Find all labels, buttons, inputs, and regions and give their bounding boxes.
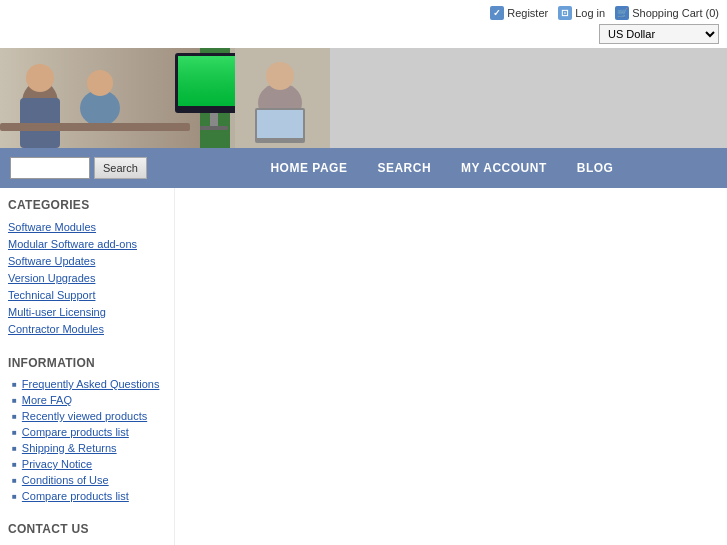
- cart-link[interactable]: 🛒 Shopping Cart (0): [615, 6, 719, 20]
- list-item: More FAQ: [12, 394, 166, 406]
- register-label: Register: [507, 7, 548, 19]
- info-link-3[interactable]: Compare products list: [22, 426, 129, 438]
- categories-section: CATEGORIES Software Modules Modular Soft…: [8, 198, 166, 336]
- list-item: Compare products list: [12, 426, 166, 438]
- info-list: Frequently Asked Questions More FAQ Rece…: [8, 378, 166, 502]
- search-input[interactable]: [10, 157, 90, 179]
- contact-title: CONTACT US: [8, 522, 166, 536]
- info-link-0[interactable]: Frequently Asked Questions: [22, 378, 160, 390]
- svg-point-17: [266, 62, 294, 90]
- category-list: Software Modules Modular Software add-on…: [8, 220, 166, 336]
- svg-rect-19: [257, 110, 303, 138]
- register-link[interactable]: ✓ Register: [490, 6, 548, 20]
- list-item: Contractor Modules: [8, 322, 166, 336]
- category-link-1[interactable]: Modular Software add-ons: [8, 238, 137, 250]
- nav-links: HOME PAGE SEARCH MY ACCOUNT BLOG: [167, 161, 717, 175]
- list-item: Recently viewed products: [12, 410, 166, 422]
- list-item: Technical Support: [8, 288, 166, 302]
- main-content: CATEGORIES Software Modules Modular Soft…: [0, 188, 727, 545]
- list-item: Shipping & Returns: [12, 442, 166, 454]
- svg-point-8: [87, 70, 113, 96]
- information-title: INFORMATION: [8, 356, 166, 370]
- list-item: Conditions of Use: [12, 474, 166, 486]
- info-link-5[interactable]: Privacy Notice: [22, 458, 92, 470]
- svg-point-5: [26, 64, 54, 92]
- nav-search[interactable]: SEARCH: [377, 161, 431, 175]
- top-bar: ✓ Register ⊡ Log in 🛒 Shopping Cart (0): [0, 0, 727, 24]
- category-link-5[interactable]: Multi-user Licensing: [8, 306, 106, 318]
- top-bar-links: ✓ Register ⊡ Log in 🛒 Shopping Cart (0): [490, 6, 719, 20]
- categories-title: CATEGORIES: [8, 198, 166, 212]
- cart-icon: 🛒: [615, 6, 629, 20]
- category-link-6[interactable]: Contractor Modules: [8, 323, 104, 335]
- nav-account[interactable]: MY ACCOUNT: [461, 161, 547, 175]
- info-link-4[interactable]: Shipping & Returns: [22, 442, 117, 454]
- list-item: Software Updates: [8, 254, 166, 268]
- list-item: Modular Software add-ons: [8, 237, 166, 251]
- register-icon: ✓: [490, 6, 504, 20]
- login-link[interactable]: ⊡ Log in: [558, 6, 605, 20]
- login-label: Log in: [575, 7, 605, 19]
- cart-label: Shopping Cart (0): [632, 7, 719, 19]
- list-item: Compare products list: [12, 490, 166, 502]
- category-link-0[interactable]: Software Modules: [8, 221, 96, 233]
- svg-rect-14: [200, 126, 228, 130]
- info-link-2[interactable]: Recently viewed products: [22, 410, 147, 422]
- svg-rect-13: [210, 113, 218, 128]
- contact-section: CONTACT US Technical Support Questions? …: [8, 522, 166, 545]
- list-item: Frequently Asked Questions: [12, 378, 166, 390]
- category-link-3[interactable]: Version Upgrades: [8, 272, 95, 284]
- banner-svg: [0, 48, 330, 148]
- list-item: Privacy Notice: [12, 458, 166, 470]
- list-item: Software Modules: [8, 220, 166, 234]
- login-icon: ⊡: [558, 6, 572, 20]
- info-link-7[interactable]: Compare products list: [22, 490, 129, 502]
- nav-blog[interactable]: BLOG: [577, 161, 614, 175]
- sidebar: CATEGORIES Software Modules Modular Soft…: [0, 188, 175, 545]
- information-section: INFORMATION Frequently Asked Questions M…: [8, 356, 166, 502]
- list-item: Multi-user Licensing: [8, 305, 166, 319]
- content-area: [175, 188, 727, 545]
- nav-home[interactable]: HOME PAGE: [270, 161, 347, 175]
- search-area: Search: [10, 157, 147, 179]
- info-link-6[interactable]: Conditions of Use: [22, 474, 109, 486]
- search-button[interactable]: Search: [94, 157, 147, 179]
- nav-bar: Search HOME PAGE SEARCH MY ACCOUNT BLOG: [0, 148, 727, 188]
- svg-rect-9: [0, 123, 190, 131]
- info-link-1[interactable]: More FAQ: [22, 394, 72, 406]
- category-link-4[interactable]: Technical Support: [8, 289, 95, 301]
- category-link-2[interactable]: Software Updates: [8, 255, 95, 267]
- banner: [0, 48, 727, 148]
- list-item: Version Upgrades: [8, 271, 166, 285]
- currency-bar: US Dollar Euro GBP: [0, 24, 727, 48]
- currency-select[interactable]: US Dollar Euro GBP: [599, 24, 719, 44]
